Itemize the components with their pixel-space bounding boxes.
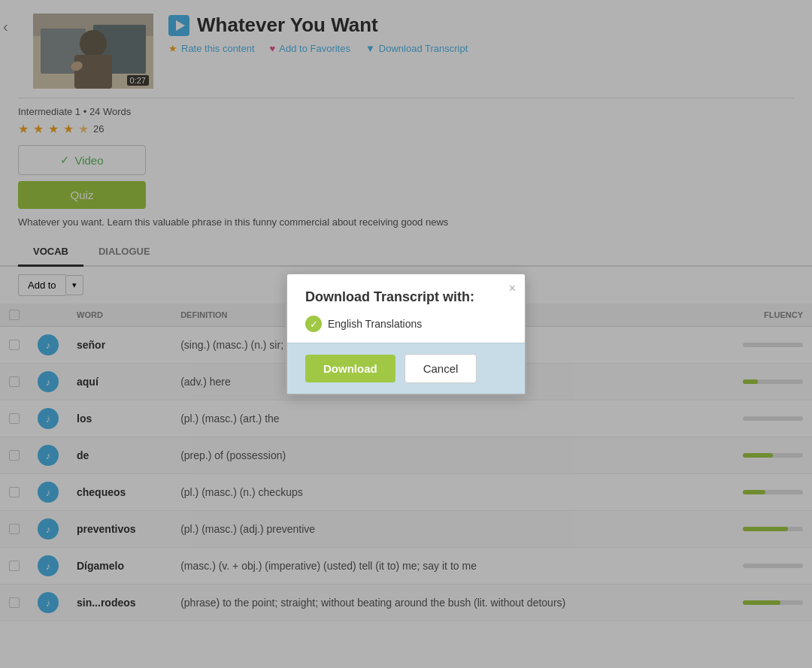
modal-body: × Download Transcript with: ✓ English Tr… [287, 274, 525, 343]
modal-close-button[interactable]: × [509, 282, 516, 295]
modal-title: Download Transcript with: [305, 289, 507, 305]
download-transcript-modal: × Download Transcript with: ✓ English Tr… [286, 273, 526, 395]
check-circle-icon: ✓ [305, 316, 322, 332]
modal-option: ✓ English Translations [305, 316, 507, 332]
modal-cancel-button[interactable]: Cancel [404, 354, 477, 383]
modal-footer: Download Cancel [287, 343, 525, 394]
modal-overlay[interactable]: × Download Transcript with: ✓ English Tr… [0, 0, 812, 668]
modal-download-button[interactable]: Download [305, 355, 395, 382]
modal-option-label: English Translations [328, 318, 422, 330]
